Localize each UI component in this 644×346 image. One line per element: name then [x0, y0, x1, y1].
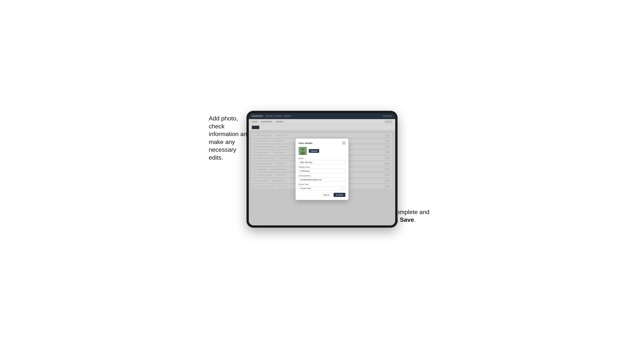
scene: Add photo, check information and make an…	[209, 100, 435, 246]
svg-point-3	[302, 148, 304, 151]
display-name-input[interactable]	[298, 169, 346, 173]
school-year-field-group: School Year ✕ ⌃⌄	[298, 183, 346, 190]
user-photo-thumbnail	[298, 147, 307, 155]
modal-header: User details ✕	[298, 142, 346, 145]
modal-close-button[interactable]: ✕	[342, 142, 346, 145]
select-clear-icon[interactable]: ✕	[341, 187, 342, 189]
modal-title: User details	[298, 142, 312, 145]
save-icon: ⬆	[336, 194, 338, 196]
photo-section: Upload	[298, 147, 346, 155]
annotation-left: Add photo, check information and make an…	[209, 115, 252, 162]
school-year-input[interactable]	[298, 186, 346, 190]
annotation-right-bold: Save	[400, 216, 414, 223]
name-field-group: Name	[298, 157, 346, 165]
user-photo-svg	[299, 147, 307, 155]
annotation-left-text: Add photo, check information and make an…	[209, 115, 250, 161]
school-year-label: School Year	[298, 183, 346, 185]
email-input[interactable]	[298, 177, 346, 182]
display-name-field-group: Display name	[298, 166, 346, 173]
name-input[interactable]	[298, 160, 346, 165]
email-field-group: Email address	[298, 175, 346, 182]
tablet-screen: › ›	[249, 113, 395, 225]
modal-footer: Cancel ⬆ Save	[298, 193, 346, 197]
modal-overlay: User details ✕	[249, 113, 395, 225]
annotation-right: Complete and hit Save.	[392, 208, 435, 224]
name-label: Name	[298, 157, 346, 160]
tablet-device: › ›	[246, 111, 398, 228]
user-details-modal: User details ✕	[296, 139, 348, 200]
save-button[interactable]: ⬆ Save	[334, 193, 346, 197]
email-label: Email address	[298, 175, 346, 177]
display-name-label: Display name	[298, 166, 346, 168]
annotation-right-end: .	[414, 216, 416, 223]
save-label: Save	[338, 194, 343, 196]
upload-photo-button[interactable]: Upload	[309, 149, 319, 153]
cancel-button[interactable]: Cancel	[321, 193, 332, 197]
school-year-select-wrapper: ✕ ⌃⌄	[298, 186, 346, 190]
